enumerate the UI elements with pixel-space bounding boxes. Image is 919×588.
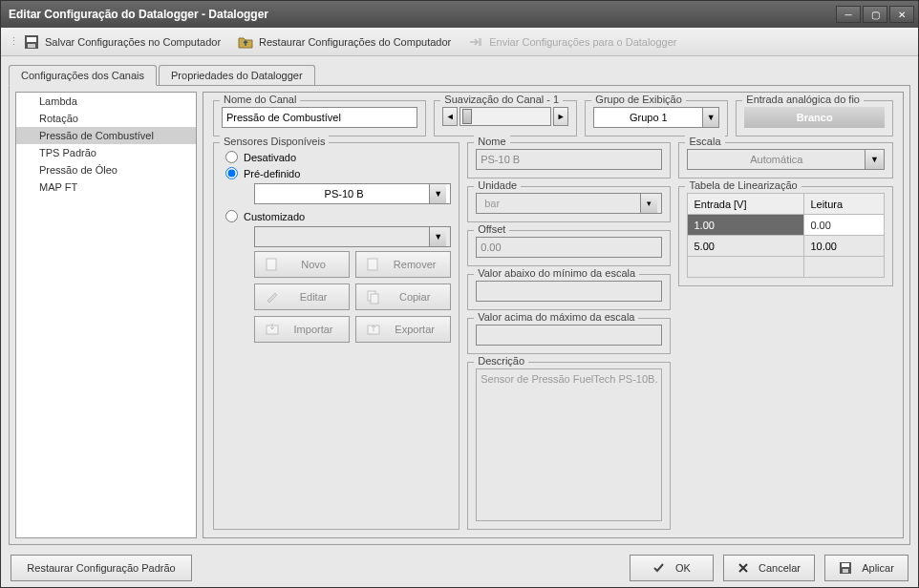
above-max-input — [476, 325, 662, 346]
copy-icon — [366, 289, 381, 304]
channel-list[interactable]: Lambda Rotação Pressão de Combustível TP… — [15, 92, 197, 538]
svg-rect-11 — [842, 563, 849, 567]
ok-label: OK — [675, 562, 691, 574]
group-combo-dropdown[interactable]: ▼ — [702, 107, 719, 128]
remove-button: Remover — [355, 251, 451, 278]
restore-config-button[interactable]: Restaurar Configurações do Computador — [232, 32, 457, 52]
import-label: Importar — [288, 324, 339, 335]
channel-name-input[interactable] — [222, 107, 417, 128]
svg-rect-1 — [27, 37, 36, 42]
svg-rect-7 — [371, 294, 378, 304]
linearization-table[interactable]: Entrada [V] Leitura 1.00 0.00 — [687, 193, 885, 278]
restore-default-label: Restaurar Configuração Padrão — [27, 562, 175, 574]
fs-grupo: Grupo de Exibição ▼ — [585, 100, 728, 136]
fs-valor-acima: Valor acima do máximo da escala — [467, 318, 671, 354]
slider-decrease[interactable]: ◄ — [442, 107, 458, 126]
export-button: Exportar — [355, 316, 451, 343]
fs-descricao: Descrição Sensor de Pressão FuelTech PS-… — [467, 362, 671, 530]
export-label: Exportar — [389, 324, 440, 335]
scale-dropdown[interactable]: ▼ — [866, 149, 885, 170]
fs-offset: Offset — [467, 230, 671, 266]
label-grupo: Grupo de Exibição — [591, 94, 686, 105]
chevron-down-icon: ▼ — [429, 227, 446, 246]
save-icon — [24, 34, 39, 50]
edit-label: Editar — [288, 291, 339, 303]
svg-rect-12 — [843, 569, 848, 573]
list-item[interactable]: Pressão de Combustível — [16, 127, 196, 144]
table-row[interactable]: 5.00 10.00 — [688, 236, 885, 257]
label-suavizacao: Suavização do Canal - 1 — [440, 94, 563, 105]
check-icon — [652, 561, 666, 575]
slider-increase[interactable]: ► — [553, 107, 568, 126]
new-button: Novo — [254, 251, 350, 278]
svg-rect-3 — [479, 38, 481, 46]
cancel-button[interactable]: Cancelar — [723, 555, 815, 581]
svg-rect-4 — [267, 259, 276, 270]
radio-customizado[interactable] — [225, 210, 238, 222]
fs-valor-abaixo: Valor abaixo do mínimo da escala — [467, 274, 671, 310]
close-icon — [737, 562, 749, 574]
list-item[interactable]: TPS Padrão — [16, 144, 196, 161]
radio-predefinido[interactable] — [225, 167, 238, 179]
fs-suavizacao: Suavização do Canal - 1 ◄ ► — [434, 100, 577, 136]
radio-predefinido-row[interactable]: Pré-definido — [225, 165, 451, 181]
edit-button: Editar — [254, 284, 350, 310]
table-row[interactable]: 1.00 0.00 — [688, 215, 885, 236]
remove-icon — [366, 257, 381, 272]
tab-strip: Configurações dos Canais Propriedades do… — [9, 62, 910, 85]
label-lin-table: Tabela de Linearização — [685, 179, 801, 191]
send-config-label: Enviar Configurações para o Datalogger — [489, 36, 676, 48]
export-icon — [366, 322, 381, 337]
restore-default-button[interactable]: Restaurar Configuração Padrão — [11, 555, 192, 581]
list-item[interactable]: Lambda — [16, 93, 196, 110]
radio-desativado-row[interactable]: Desativado — [225, 149, 451, 165]
description-text: Sensor de Pressão FuelTech PS-10B. — [476, 368, 662, 521]
folder-up-icon — [238, 34, 253, 50]
radio-predefinido-label: Pré-definido — [244, 168, 300, 179]
fs-escala: Escala Automática ▼ — [678, 142, 893, 178]
predefined-sensor-value: PS-10 B — [259, 188, 429, 200]
close-button[interactable]: ✕ — [889, 6, 914, 23]
label-offset: Offset — [474, 223, 509, 235]
label-unidade: Unidade — [474, 179, 521, 191]
fs-wire: Entrada analógica do fio Branco — [736, 100, 893, 136]
radio-customizado-label: Customizado — [244, 211, 305, 222]
apply-button[interactable]: Aplicar — [824, 555, 908, 581]
radio-customizado-row[interactable]: Customizado — [225, 208, 451, 224]
table-row[interactable] — [688, 257, 885, 278]
label-wire: Entrada analógica do fio — [742, 94, 864, 105]
tab-properties[interactable]: Propriedades do Datalogger — [159, 65, 315, 85]
label-nome-canal: Nome do Canal — [220, 94, 300, 105]
label-valor-acima: Valor acima do máximo da escala — [474, 311, 638, 323]
predefined-sensor-combo[interactable]: PS-10 B ▼ — [254, 183, 451, 204]
cell-leitura: 10.00 — [804, 236, 885, 257]
bottom-bar: Restaurar Configuração Padrão OK Cancela… — [1, 549, 918, 587]
fs-sensores: Sensores Disponíveis Desativado Pré-defi… — [213, 142, 460, 530]
titlebar: Editar Configuração do Datalogger - Data… — [1, 1, 918, 28]
radio-desativado[interactable] — [225, 151, 238, 163]
ok-button[interactable]: OK — [630, 555, 714, 581]
tab-channels[interactable]: Configurações dos Canais — [9, 65, 157, 86]
save-config-button[interactable]: Salvar Configurações no Computador — [18, 32, 226, 52]
col-entrada: Entrada [V] — [688, 194, 804, 215]
chevron-down-icon: ▾ — [640, 194, 657, 213]
list-item[interactable]: Pressão de Óleo — [16, 161, 196, 178]
list-item[interactable]: Rotação — [16, 110, 196, 127]
radio-desativado-label: Desativado — [244, 152, 296, 163]
restore-config-label: Restaurar Configurações do Computador — [259, 36, 451, 48]
send-config-button: Enviar Configurações para o Datalogger — [462, 32, 682, 52]
wire-color-badge: Branco — [744, 107, 885, 128]
window-title: Editar Configuração do Datalogger - Data… — [9, 8, 268, 21]
save-config-label: Salvar Configurações no Computador — [45, 36, 221, 48]
label-nome: Nome — [474, 136, 509, 147]
maximize-button[interactable]: ▢ — [863, 6, 887, 23]
fs-unidade: Unidade bar ▾ — [467, 186, 671, 222]
list-item[interactable]: MAP FT — [16, 178, 196, 196]
minimize-button[interactable]: ─ — [836, 6, 861, 23]
chevron-down-icon[interactable]: ▼ — [429, 184, 446, 203]
scale-value: Automática — [687, 149, 866, 170]
sensor-name-input — [476, 149, 662, 170]
smoothing-slider[interactable] — [460, 107, 551, 126]
group-combo-input[interactable] — [593, 107, 702, 128]
copy-button: Copiar — [355, 284, 451, 310]
